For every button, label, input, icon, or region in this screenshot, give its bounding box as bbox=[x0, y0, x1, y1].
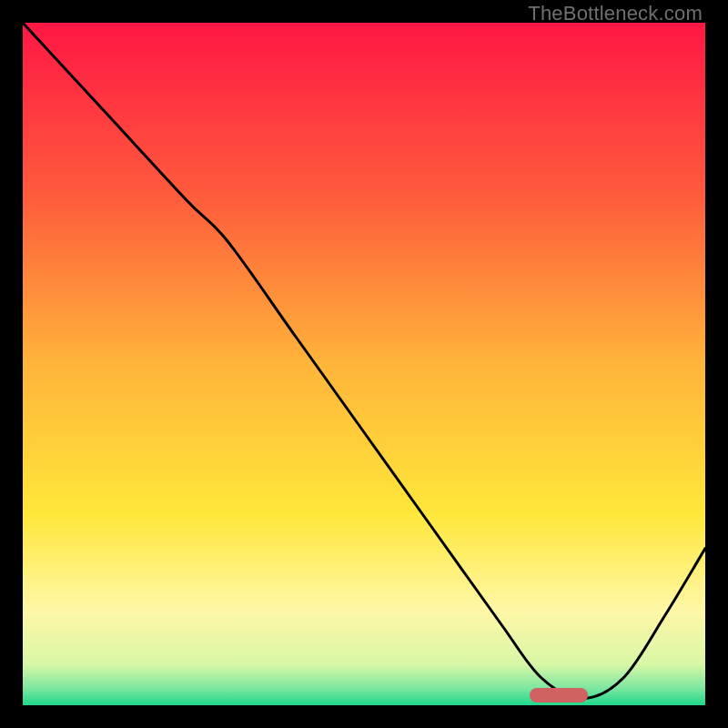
chart-frame bbox=[23, 23, 705, 705]
watermark-text: TheBottleneck.com bbox=[528, 2, 703, 25]
optimal-range-marker bbox=[530, 688, 588, 703]
bottleneck-chart bbox=[23, 23, 705, 705]
gradient-background bbox=[23, 23, 705, 705]
